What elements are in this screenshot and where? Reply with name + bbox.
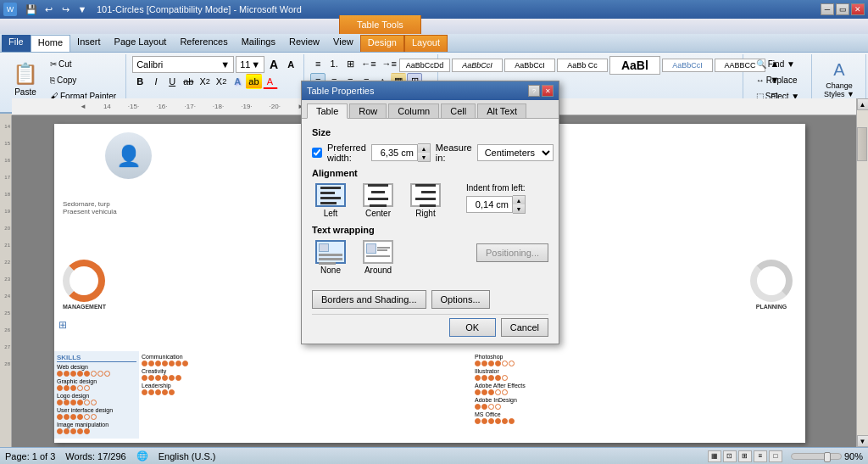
measure-in-dropdown[interactable]: Centimeters Inches Percent <box>477 144 554 161</box>
align-right-label: Right <box>415 209 435 218</box>
dialog-tab-row[interactable]: Row <box>349 103 387 118</box>
zoom-level: 90% <box>844 451 863 461</box>
size-field-row: Preferred width: ▲ ▼ Measure in: Centime… <box>312 143 548 163</box>
align-left-icon <box>315 183 346 207</box>
indent-input[interactable] <box>466 196 513 213</box>
positioning-section: Positioning... <box>476 243 548 262</box>
wrap-around-option[interactable]: Around <box>363 240 393 275</box>
web-layout-button[interactable]: ⊞ <box>738 450 752 462</box>
alignment-row: Left Center <box>312 183 548 218</box>
dialog-tab-table[interactable]: Table <box>307 103 348 119</box>
wrap-around-content <box>366 243 390 257</box>
full-screen-button[interactable]: ⊡ <box>723 450 737 462</box>
alignment-section-label: Alignment <box>312 168 548 178</box>
align-center-label: Center <box>365 209 391 218</box>
zoom-slider[interactable] <box>791 453 842 460</box>
print-layout-button[interactable]: ▦ <box>708 450 721 462</box>
status-bar: Page: 1 of 3 Words: 17/296 🌐 English (U.… <box>0 447 868 464</box>
indent-label: Indent from left: <box>466 183 526 193</box>
outline-button[interactable]: ≡ <box>754 450 767 462</box>
text-wrap-section-label: Text wrapping <box>312 225 548 235</box>
indent-section: Indent from left: ▲ ▼ <box>466 183 526 218</box>
cancel-button[interactable]: Cancel <box>501 318 548 337</box>
size-section-label: Size <box>312 127 548 137</box>
indent-spinner-down[interactable]: ▼ <box>513 204 525 213</box>
spinner-up-button[interactable]: ▲ <box>418 144 430 153</box>
ok-button[interactable]: OK <box>449 318 496 337</box>
footer-bottom-buttons: OK Cancel <box>312 314 548 337</box>
language-icon: 🌐 <box>136 450 148 461</box>
alignment-options: Left Center <box>315 183 441 218</box>
align-left-lines <box>320 187 341 204</box>
page-info: Page: 1 of 3 <box>5 451 55 461</box>
align-right-option[interactable]: Right <box>410 183 441 218</box>
align-left-label: Left <box>324 209 338 218</box>
dialog-controls: ? ✕ <box>528 85 554 97</box>
wrap-none-label: None <box>320 266 341 275</box>
draft-button[interactable]: □ <box>769 450 782 462</box>
dialog-tab-column[interactable]: Column <box>388 103 439 118</box>
align-right-lines <box>415 184 436 207</box>
borders-shading-button[interactable]: Borders and Shading... <box>312 290 426 309</box>
align-center-lines <box>368 184 388 207</box>
align-left-option[interactable]: Left <box>315 183 346 218</box>
align-center-icon <box>363 183 393 207</box>
indent-spinner-up[interactable]: ▲ <box>513 196 525 204</box>
text-wrap-row: None <box>312 240 548 275</box>
status-right: ▦ ⊡ ⊞ ≡ □ 90% <box>708 450 863 462</box>
dialog-tab-cell[interactable]: Cell <box>441 103 476 118</box>
wrap-around-icon <box>363 240 393 264</box>
measure-in-label: Measure in: <box>436 143 472 163</box>
dialog-overlay: Table Properties ? ✕ Table Row Column Ce… <box>0 0 868 464</box>
dialog-tab-alt-text[interactable]: Alt Text <box>477 103 526 118</box>
wrap-none-option[interactable]: None <box>315 240 346 275</box>
preferred-width-input[interactable] <box>371 144 418 161</box>
preferred-width-spinner: ▲ ▼ <box>371 143 431 162</box>
wrap-none-icon <box>315 240 346 264</box>
dialog-footer: Borders and Shading... Options... OK Can… <box>302 283 559 344</box>
dialog-tabs: Table Row Column Cell Alt Text <box>302 100 559 119</box>
spinner-down-button[interactable]: ▼ <box>418 153 430 161</box>
indent-spinner: ▲ ▼ <box>466 195 526 214</box>
zoom-thumb[interactable] <box>824 452 831 462</box>
word-count: Words: 17/296 <box>65 451 125 461</box>
dialog-help-button[interactable]: ? <box>528 85 540 97</box>
footer-top-buttons: Borders and Shading... Options... <box>312 290 548 309</box>
positioning-button[interactable]: Positioning... <box>476 243 548 262</box>
table-properties-dialog: Table Properties ? ✕ Table Row Column Ce… <box>301 81 559 344</box>
spinner-buttons: ▲ ▼ <box>418 143 431 162</box>
dialog-title-bar: Table Properties ? ✕ <box>302 81 559 100</box>
preferred-width-label: Preferred width: <box>327 143 366 163</box>
wrap-none-content <box>319 243 342 265</box>
indent-spinner-buttons: ▲ ▼ <box>513 195 526 214</box>
align-right-icon <box>410 183 441 207</box>
wrap-around-label: Around <box>364 266 392 275</box>
dialog-close-button[interactable]: ✕ <box>542 85 554 97</box>
dialog-body: Size Preferred width: ▲ ▼ Measure in: Ce… <box>302 119 559 283</box>
language: English (U.S.) <box>159 451 216 461</box>
options-button[interactable]: Options... <box>431 290 490 309</box>
preferred-width-checkbox[interactable] <box>312 148 322 158</box>
view-buttons: ▦ ⊡ ⊞ ≡ □ <box>708 450 782 462</box>
dialog-title: Table Properties <box>307 86 375 96</box>
wrap-options: None <box>315 240 393 275</box>
zoom-section: 90% <box>791 451 863 461</box>
align-center-option[interactable]: Center <box>363 183 393 218</box>
